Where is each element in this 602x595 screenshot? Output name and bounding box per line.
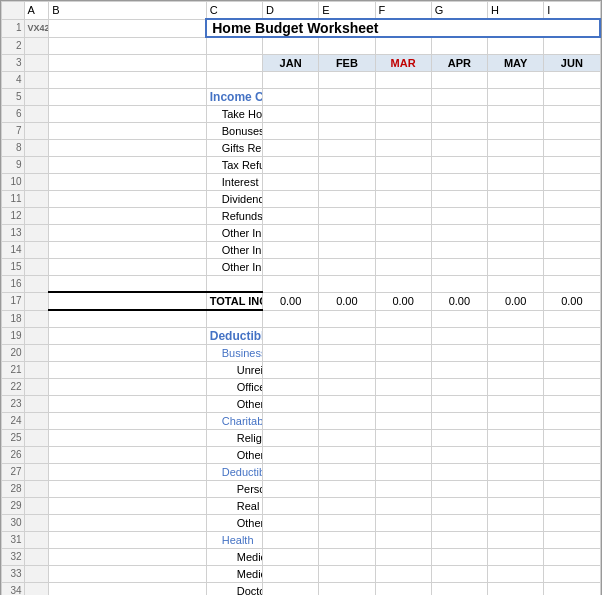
- total-income-feb: 0.00: [319, 292, 375, 310]
- col-header-rownum: [2, 2, 25, 20]
- row-13: 13 Other Income #1: [2, 224, 601, 241]
- total-income-jan: 0.00: [263, 292, 319, 310]
- active-cell-ref[interactable]: VX42: [24, 19, 49, 37]
- row-6: 6 Take Home Pay: [2, 105, 601, 122]
- interest-income-label: Interest Income: [206, 173, 262, 190]
- row-4: 4: [2, 71, 601, 88]
- income-categories-label: Income Categories: [206, 88, 262, 105]
- medical-insurance-label: Medical Insurance: [206, 548, 262, 565]
- religious-label: Religious: [206, 429, 262, 446]
- gifts-received-label: Gifts Received: [206, 139, 262, 156]
- col-header-i: I: [544, 2, 600, 20]
- tax-refunds-label: Tax Refunds: [206, 156, 262, 173]
- total-income-may: 0.00: [488, 292, 544, 310]
- other-income-2-label: Other Income #2: [206, 241, 262, 258]
- row-14: 14 Other Income #2: [2, 241, 601, 258]
- row-31: 31 Health: [2, 531, 601, 548]
- take-home-pay-may[interactable]: [488, 105, 544, 122]
- row-11: 11 Dividends: [2, 190, 601, 207]
- take-home-pay-jan[interactable]: [263, 105, 319, 122]
- row-12: 12 Refunds/Reimbursements: [2, 207, 601, 224]
- row-24: 24 Charitable Contributions: [2, 412, 601, 429]
- personal-property-tax-label: Personal Propery Tax: [206, 480, 262, 497]
- row-25: 25 Religious: [2, 429, 601, 446]
- column-headers: A B C D E F G H I: [2, 2, 601, 20]
- month-feb: FEB: [319, 54, 375, 71]
- month-may: MAY: [488, 54, 544, 71]
- col-header-c: C: [206, 2, 262, 20]
- row-18: 18: [2, 310, 601, 327]
- col-header-f: F: [375, 2, 431, 20]
- row-23: 23 Other Business Expenses: [2, 395, 601, 412]
- row1-b: [49, 19, 207, 37]
- row-28: 28 Personal Propery Tax: [2, 480, 601, 497]
- row-3-months: 3 JAN FEB MAR APR MAY JUN: [2, 54, 601, 71]
- real-estate-tax-label: Real Estate Tax: [206, 497, 262, 514]
- row-1: 1 VX42 Home Budget Worksheet: [2, 19, 601, 37]
- total-income-label: TOTAL INCOME: [206, 292, 262, 310]
- take-home-pay-feb[interactable]: [319, 105, 375, 122]
- take-home-pay-label: Take Home Pay: [206, 105, 262, 122]
- business-expenses-label: Business Expenses: [206, 344, 262, 361]
- deductible-tax-label: Deductible Tax: [206, 463, 262, 480]
- charitable-label: Charitable Contributions: [206, 412, 262, 429]
- row-5-income: 5 Income Categories: [2, 88, 601, 105]
- month-jun: JUN: [544, 54, 600, 71]
- row-27: 27 Deductible Tax: [2, 463, 601, 480]
- spreadsheet-title: Home Budget Worksheet: [206, 19, 600, 37]
- month-jan: JAN: [263, 54, 319, 71]
- row-21: 21 Unreimbursed: [2, 361, 601, 378]
- other-business-label: Other Business Expenses: [206, 395, 262, 412]
- row-10: 10 Interest Income: [2, 173, 601, 190]
- total-income-mar: 0.00: [375, 292, 431, 310]
- take-home-pay-mar[interactable]: [375, 105, 431, 122]
- row-33: 33 Medicine/Drug: [2, 565, 601, 582]
- row-30: 30 Other Deducible Tax: [2, 514, 601, 531]
- rownum-3: 3: [2, 54, 25, 71]
- row-2: 2: [2, 37, 601, 54]
- row-15: 15 Other Income #3: [2, 258, 601, 275]
- month-apr: APR: [431, 54, 487, 71]
- total-income-jun: 0.00: [544, 292, 600, 310]
- health-label: Health: [206, 531, 262, 548]
- row-26: 26 Other Non-Profit: [2, 446, 601, 463]
- deductible-expenses-label: Deductible Expenses: [206, 327, 262, 344]
- medicine-drug-label: Medicine/Drug: [206, 565, 262, 582]
- row-7: 7 Bonuses: [2, 122, 601, 139]
- row-9: 9 Tax Refunds: [2, 156, 601, 173]
- doctor-label: Doctor/Dentist/Optometrist: [206, 582, 262, 595]
- row-22: 22 Office At Home: [2, 378, 601, 395]
- row-34: 34 Doctor/Dentist/Optometrist: [2, 582, 601, 595]
- dividends-label: Dividends: [206, 190, 262, 207]
- month-mar: MAR: [375, 54, 431, 71]
- take-home-pay-jun[interactable]: [544, 105, 600, 122]
- other-income-3-label: Other Income #3: [206, 258, 262, 275]
- row-32: 32 Medical Insurance: [2, 548, 601, 565]
- row-29: 29 Real Estate Tax: [2, 497, 601, 514]
- col-header-g: G: [431, 2, 487, 20]
- row-19-deductible: 19 Deductible Expenses: [2, 327, 601, 344]
- row-16: 16: [2, 275, 601, 292]
- row-8: 8 Gifts Received: [2, 139, 601, 156]
- rownum-2: 2: [2, 37, 25, 54]
- row-20: 20 Business Expenses: [2, 344, 601, 361]
- non-profit-label: Other Non-Profit: [206, 446, 262, 463]
- bonuses-label: Bonuses: [206, 122, 262, 139]
- col-header-e: E: [319, 2, 375, 20]
- unreimbursed-label: Unreimbursed: [206, 361, 262, 378]
- row-17-total-income: 17 TOTAL INCOME 0.00 0.00 0.00 0.00 0.00…: [2, 292, 601, 310]
- spreadsheet: A B C D E F G H I 1 VX42 Home Budget Wor…: [0, 0, 602, 595]
- other-deducible-tax-label: Other Deducible Tax: [206, 514, 262, 531]
- refunds-label: Refunds/Reimbursements: [206, 207, 262, 224]
- take-home-pay-apr[interactable]: [431, 105, 487, 122]
- col-header-h: H: [488, 2, 544, 20]
- col-header-b: B: [49, 2, 207, 20]
- other-income-1-label: Other Income #1: [206, 224, 262, 241]
- col-header-d: D: [263, 2, 319, 20]
- total-income-apr: 0.00: [431, 292, 487, 310]
- col-header-a: A: [24, 2, 49, 20]
- office-at-home-label: Office At Home: [206, 378, 262, 395]
- rownum-1: 1: [2, 19, 25, 37]
